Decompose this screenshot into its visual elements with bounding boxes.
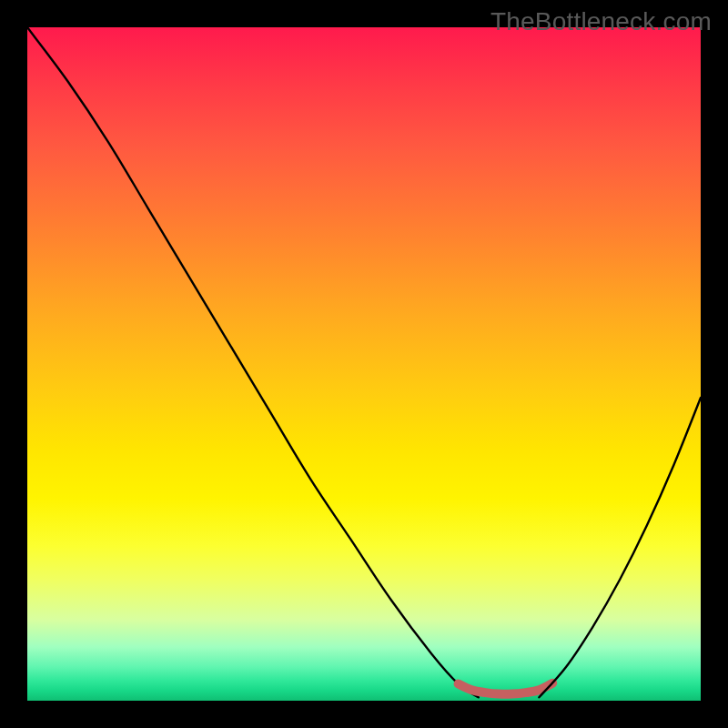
curve-plateau — [459, 683, 553, 694]
plot-area — [27, 27, 701, 701]
watermark-text: TheBottleneck.com — [490, 7, 712, 36]
curve-overlay — [27, 27, 701, 701]
curve-right — [539, 398, 701, 697]
curve-left — [27, 27, 479, 697]
chart-canvas: TheBottleneck.com — [0, 0, 728, 728]
